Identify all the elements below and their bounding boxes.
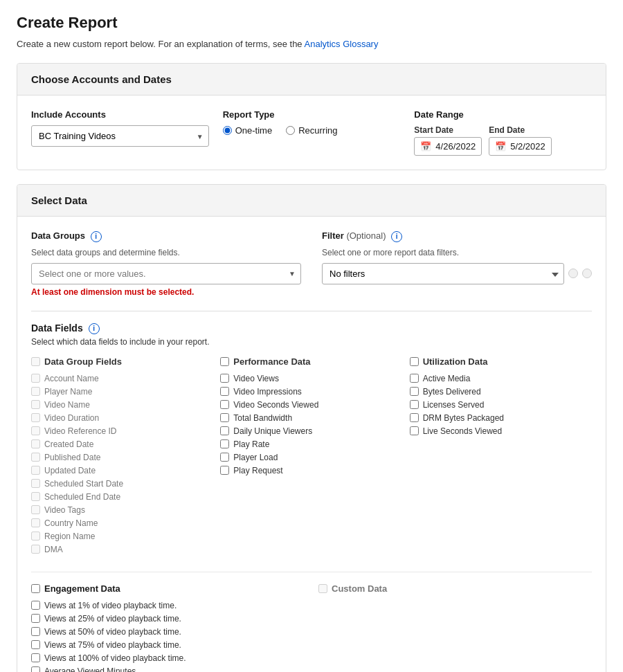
field-published-date: Published Date bbox=[31, 453, 213, 462]
data-groups-group: Data Groups i Select data groups and det… bbox=[31, 230, 301, 297]
filter-optional-label: (Optional) bbox=[346, 230, 386, 241]
filter-label: Filter (Optional) i bbox=[322, 230, 592, 242]
field-play-request: Play Request bbox=[220, 466, 402, 475]
field-account-name: Account Name bbox=[31, 374, 213, 383]
field-views-75pct: Views at 75% of video playback time. bbox=[31, 640, 305, 650]
filter-info-icon[interactable]: i bbox=[391, 231, 402, 242]
end-date-label: End Date bbox=[489, 125, 552, 135]
data-groups-desc: Select data groups and determine fields. bbox=[31, 248, 301, 257]
date-range-label: Date Range bbox=[414, 109, 592, 120]
field-views-25pct: Views at 25% of video playback time. bbox=[31, 614, 305, 624]
utilization-data-header: Utilization Data bbox=[423, 356, 488, 367]
data-fields-desc: Select which data fields to include in y… bbox=[31, 337, 592, 347]
filter-group: Filter (Optional) i Select one or more r… bbox=[322, 230, 592, 297]
end-date-value: 5/2/2022 bbox=[510, 141, 545, 152]
filter-action-icon-2[interactable] bbox=[582, 269, 592, 278]
recurring-label: Recurring bbox=[298, 125, 337, 136]
include-accounts-label: Include Accounts bbox=[31, 109, 209, 120]
filter-select[interactable]: No filters bbox=[322, 263, 564, 284]
include-accounts-select[interactable]: BC Training Videos bbox=[31, 125, 209, 147]
data-group-fields-checkbox[interactable] bbox=[31, 357, 40, 366]
data-fields-title: Data Fields i bbox=[31, 323, 592, 334]
data-groups-error: At least one dimension must be selected. bbox=[31, 287, 301, 297]
report-type-group: Report Type One-time Recurring bbox=[223, 109, 401, 136]
field-scheduled-start-date: Scheduled Start Date bbox=[31, 479, 213, 489]
field-video-seconds-viewed: Video Seconds Viewed bbox=[220, 400, 402, 410]
data-groups-label: Data Groups i bbox=[31, 230, 301, 242]
field-play-rate: Play Rate bbox=[220, 439, 402, 449]
field-scheduled-end-date: Scheduled End Date bbox=[31, 492, 213, 502]
field-player-name: Player Name bbox=[31, 387, 213, 397]
report-type-label: Report Type bbox=[223, 109, 401, 120]
field-player-load: Player Load bbox=[220, 453, 402, 462]
data-groups-info-icon[interactable]: i bbox=[91, 231, 102, 242]
field-created-date: Created Date bbox=[31, 439, 213, 449]
custom-data-header: Custom Data bbox=[332, 583, 387, 594]
engagement-data-header: Engagement Data bbox=[44, 583, 120, 594]
start-date-input[interactable]: 📅 4/26/2022 bbox=[414, 137, 482, 156]
field-avg-viewed-minutes: Average Viewed Minutes bbox=[31, 666, 305, 672]
field-country-name: Country Name bbox=[31, 518, 213, 528]
data-fields-info-icon[interactable]: i bbox=[89, 323, 100, 334]
field-video-views: Video Views bbox=[220, 374, 402, 383]
custom-data-checkbox[interactable] bbox=[318, 584, 327, 593]
field-views-100pct: Views at 100% of video playback time. bbox=[31, 653, 305, 663]
field-licenses-served: Licenses Served bbox=[410, 400, 592, 410]
start-date-label: Start Date bbox=[414, 125, 482, 135]
page-title: Create Report bbox=[17, 14, 606, 32]
field-bytes-delivered: Bytes Delivered bbox=[410, 387, 592, 397]
data-groups-input[interactable] bbox=[31, 263, 301, 284]
field-updated-date: Updated Date bbox=[31, 466, 213, 475]
field-dma: DMA bbox=[31, 545, 213, 554]
filter-desc: Select one or more report data filters. bbox=[322, 248, 592, 257]
one-time-radio[interactable]: One-time bbox=[223, 125, 272, 136]
section2-header: Select Data bbox=[17, 185, 606, 217]
intro-text: Create a new custom report below. For an… bbox=[17, 39, 606, 49]
field-live-seconds-viewed: Live Seconds Viewed bbox=[410, 426, 592, 436]
filter-action-icon-1[interactable] bbox=[568, 269, 578, 278]
recurring-radio[interactable]: Recurring bbox=[286, 125, 337, 136]
field-views-1pct: Views at 1% of video playback time. bbox=[31, 601, 305, 610]
field-video-name: Video Name bbox=[31, 400, 213, 410]
field-region-name: Region Name bbox=[31, 532, 213, 541]
field-total-bandwidth: Total Bandwidth bbox=[220, 413, 402, 423]
engagement-data-checkbox[interactable] bbox=[31, 584, 40, 593]
filter-arrow-icon bbox=[552, 268, 559, 279]
utilization-data-col: Utilization Data Active Media Bytes Deli… bbox=[410, 356, 592, 558]
end-calendar-icon: 📅 bbox=[495, 141, 506, 152]
analytics-glossary-link[interactable]: Analytics Glossary bbox=[305, 39, 379, 49]
choose-accounts-section: Choose Accounts and Dates Include Accoun… bbox=[17, 63, 606, 170]
section1-header: Choose Accounts and Dates bbox=[17, 64, 606, 96]
field-views-50pct: Views at 50% of video playback time. bbox=[31, 627, 305, 637]
performance-data-checkbox[interactable] bbox=[220, 357, 229, 366]
field-drm-bytes-packaged: DRM Bytes Packaged bbox=[410, 413, 592, 423]
data-group-fields-header: Data Group Fields bbox=[44, 356, 122, 367]
engagement-custom-row: Engagement Data Views at 1% of video pla… bbox=[31, 572, 592, 672]
data-fields-grid: Data Group Fields Account Name Player Na… bbox=[31, 356, 592, 558]
start-date-value: 4/26/2022 bbox=[435, 141, 476, 152]
data-group-fields-col: Data Group Fields Account Name Player Na… bbox=[31, 356, 213, 558]
performance-data-col: Performance Data Video Views Video Impre… bbox=[220, 356, 402, 558]
end-date-input[interactable]: 📅 5/2/2022 bbox=[489, 137, 552, 156]
field-daily-unique-viewers: Daily Unique Viewers bbox=[220, 426, 402, 436]
select-data-section: Select Data Data Groups i Select data gr… bbox=[17, 184, 606, 672]
utilization-data-checkbox[interactable] bbox=[410, 357, 419, 366]
performance-data-header: Performance Data bbox=[233, 356, 310, 367]
date-range-group: Date Range Start Date 📅 4/26/2022 End Da… bbox=[414, 109, 592, 156]
include-accounts-group: Include Accounts BC Training Videos ▼ bbox=[31, 109, 209, 147]
field-video-tags: Video Tags bbox=[31, 505, 213, 515]
field-video-reference-id: Video Reference ID bbox=[31, 426, 213, 436]
custom-data-col: Custom Data bbox=[318, 583, 592, 672]
start-calendar-icon: 📅 bbox=[420, 141, 431, 152]
field-active-media: Active Media bbox=[410, 374, 592, 383]
one-time-label: One-time bbox=[235, 125, 272, 136]
engagement-data-col: Engagement Data Views at 1% of video pla… bbox=[31, 583, 305, 672]
field-video-impressions: Video Impressions bbox=[220, 387, 402, 397]
data-fields-section: Data Fields i Select which data fields t… bbox=[31, 311, 592, 672]
field-video-duration: Video Duration bbox=[31, 413, 213, 423]
